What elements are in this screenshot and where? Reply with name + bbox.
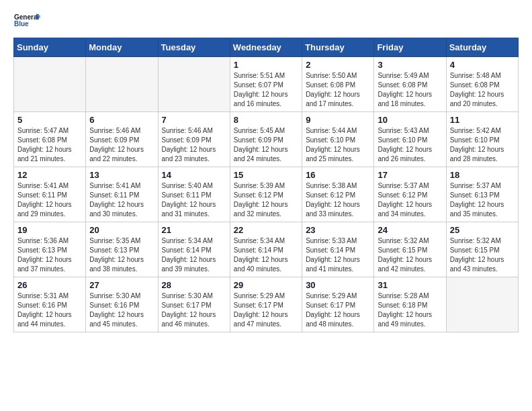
logo-icon: General Blue: [13, 11, 40, 30]
day-number: 23: [306, 225, 370, 235]
calendar-cell: 20Sunrise: 5:35 AM Sunset: 6:13 PM Dayli…: [86, 222, 158, 277]
calendar-cell: 17Sunrise: 5:37 AM Sunset: 6:12 PM Dayli…: [374, 167, 446, 222]
calendar-cell: 27Sunrise: 5:30 AM Sunset: 6:16 PM Dayli…: [86, 277, 158, 332]
calendar-cell: 25Sunrise: 5:32 AM Sunset: 6:15 PM Dayli…: [446, 222, 518, 277]
calendar-week-row: 19Sunrise: 5:36 AM Sunset: 6:13 PM Dayli…: [14, 222, 519, 277]
page-header: General Blue: [13, 11, 519, 30]
day-detail: Sunrise: 5:46 AM Sunset: 6:09 PM Dayligh…: [89, 126, 154, 164]
day-detail: Sunrise: 5:47 AM Sunset: 6:08 PM Dayligh…: [17, 126, 82, 164]
calendar-cell: 16Sunrise: 5:38 AM Sunset: 6:12 PM Dayli…: [302, 167, 374, 222]
day-number: 6: [89, 115, 154, 125]
day-number: 16: [306, 170, 370, 180]
day-number: 5: [17, 115, 82, 125]
calendar-cell: 15Sunrise: 5:39 AM Sunset: 6:12 PM Dayli…: [230, 167, 302, 222]
day-detail: Sunrise: 5:38 AM Sunset: 6:12 PM Dayligh…: [306, 181, 370, 219]
calendar-cell: 11Sunrise: 5:42 AM Sunset: 6:10 PM Dayli…: [446, 112, 518, 167]
day-detail: Sunrise: 5:45 AM Sunset: 6:09 PM Dayligh…: [234, 126, 298, 164]
calendar-cell: 28Sunrise: 5:30 AM Sunset: 6:17 PM Dayli…: [158, 277, 230, 332]
day-detail: Sunrise: 5:37 AM Sunset: 6:12 PM Dayligh…: [378, 181, 442, 219]
day-detail: Sunrise: 5:32 AM Sunset: 6:15 PM Dayligh…: [450, 236, 515, 274]
calendar-cell: 2Sunrise: 5:50 AM Sunset: 6:08 PM Daylig…: [302, 57, 374, 112]
day-number: 9: [306, 115, 370, 125]
calendar-cell: 12Sunrise: 5:41 AM Sunset: 6:11 PM Dayli…: [14, 167, 86, 222]
svg-text:Blue: Blue: [14, 20, 29, 28]
day-number: 10: [378, 115, 442, 125]
day-number: 11: [450, 115, 515, 125]
day-number: 1: [234, 60, 298, 70]
day-number: 7: [162, 115, 226, 125]
calendar-cell: [446, 277, 518, 332]
day-detail: Sunrise: 5:32 AM Sunset: 6:15 PM Dayligh…: [378, 236, 442, 274]
calendar-cell: 5Sunrise: 5:47 AM Sunset: 6:08 PM Daylig…: [14, 112, 86, 167]
day-number: 30: [306, 280, 370, 290]
day-detail: Sunrise: 5:37 AM Sunset: 6:13 PM Dayligh…: [450, 181, 515, 219]
calendar-cell: 7Sunrise: 5:46 AM Sunset: 6:09 PM Daylig…: [158, 112, 230, 167]
day-detail: Sunrise: 5:49 AM Sunset: 6:08 PM Dayligh…: [378, 71, 442, 109]
calendar-cell: 19Sunrise: 5:36 AM Sunset: 6:13 PM Dayli…: [14, 222, 86, 277]
day-number: 21: [162, 225, 226, 235]
day-detail: Sunrise: 5:30 AM Sunset: 6:17 PM Dayligh…: [162, 291, 226, 329]
page-container: General Blue SundayMondayTuesdayWednesda…: [0, 0, 532, 346]
day-number: 4: [450, 60, 515, 70]
day-detail: Sunrise: 5:50 AM Sunset: 6:08 PM Dayligh…: [306, 71, 370, 109]
calendar-cell: 30Sunrise: 5:29 AM Sunset: 6:17 PM Dayli…: [302, 277, 374, 332]
calendar-cell: 6Sunrise: 5:46 AM Sunset: 6:09 PM Daylig…: [86, 112, 158, 167]
day-detail: Sunrise: 5:46 AM Sunset: 6:09 PM Dayligh…: [162, 126, 226, 164]
weekday-header-row: SundayMondayTuesdayWednesdayThursdayFrid…: [14, 38, 519, 57]
day-number: 15: [234, 170, 298, 180]
day-number: 18: [450, 170, 515, 180]
logo: General Blue: [13, 11, 40, 30]
day-detail: Sunrise: 5:33 AM Sunset: 6:14 PM Dayligh…: [306, 236, 370, 274]
calendar-cell: [86, 57, 158, 112]
day-number: 22: [234, 225, 298, 235]
calendar-cell: [158, 57, 230, 112]
day-number: 26: [17, 280, 82, 290]
calendar-cell: 4Sunrise: 5:48 AM Sunset: 6:08 PM Daylig…: [446, 57, 518, 112]
calendar-week-row: 5Sunrise: 5:47 AM Sunset: 6:08 PM Daylig…: [14, 112, 519, 167]
day-number: 31: [378, 280, 442, 290]
day-detail: Sunrise: 5:29 AM Sunset: 6:17 PM Dayligh…: [234, 291, 298, 329]
day-number: 20: [89, 225, 154, 235]
calendar-cell: 18Sunrise: 5:37 AM Sunset: 6:13 PM Dayli…: [446, 167, 518, 222]
day-number: 17: [378, 170, 442, 180]
weekday-header: Friday: [374, 38, 446, 57]
day-detail: Sunrise: 5:44 AM Sunset: 6:10 PM Dayligh…: [306, 126, 370, 164]
day-detail: Sunrise: 5:29 AM Sunset: 6:17 PM Dayligh…: [306, 291, 370, 329]
calendar-cell: 3Sunrise: 5:49 AM Sunset: 6:08 PM Daylig…: [374, 57, 446, 112]
day-number: 2: [306, 60, 370, 70]
calendar-cell: 14Sunrise: 5:40 AM Sunset: 6:11 PM Dayli…: [158, 167, 230, 222]
calendar-cell: 13Sunrise: 5:41 AM Sunset: 6:11 PM Dayli…: [86, 167, 158, 222]
day-number: 12: [17, 170, 82, 180]
weekday-header: Saturday: [446, 38, 518, 57]
day-detail: Sunrise: 5:31 AM Sunset: 6:16 PM Dayligh…: [17, 291, 82, 329]
calendar-cell: 1Sunrise: 5:51 AM Sunset: 6:07 PM Daylig…: [230, 57, 302, 112]
day-number: 8: [234, 115, 298, 125]
day-number: 27: [89, 280, 154, 290]
calendar-week-row: 1Sunrise: 5:51 AM Sunset: 6:07 PM Daylig…: [14, 57, 519, 112]
svg-text:General: General: [14, 13, 39, 21]
calendar-cell: 8Sunrise: 5:45 AM Sunset: 6:09 PM Daylig…: [230, 112, 302, 167]
day-detail: Sunrise: 5:28 AM Sunset: 6:18 PM Dayligh…: [378, 291, 442, 329]
day-detail: Sunrise: 5:34 AM Sunset: 6:14 PM Dayligh…: [162, 236, 226, 274]
day-number: 14: [162, 170, 226, 180]
weekday-header: Tuesday: [158, 38, 230, 57]
day-detail: Sunrise: 5:48 AM Sunset: 6:08 PM Dayligh…: [450, 71, 515, 109]
day-detail: Sunrise: 5:36 AM Sunset: 6:13 PM Dayligh…: [17, 236, 82, 274]
day-detail: Sunrise: 5:39 AM Sunset: 6:12 PM Dayligh…: [234, 181, 298, 219]
day-detail: Sunrise: 5:34 AM Sunset: 6:14 PM Dayligh…: [234, 236, 298, 274]
calendar-cell: 29Sunrise: 5:29 AM Sunset: 6:17 PM Dayli…: [230, 277, 302, 332]
calendar-cell: [14, 57, 86, 112]
calendar-cell: 26Sunrise: 5:31 AM Sunset: 6:16 PM Dayli…: [14, 277, 86, 332]
day-number: 28: [162, 280, 226, 290]
calendar-cell: 31Sunrise: 5:28 AM Sunset: 6:18 PM Dayli…: [374, 277, 446, 332]
day-number: 19: [17, 225, 82, 235]
calendar-table: SundayMondayTuesdayWednesdayThursdayFrid…: [13, 38, 519, 332]
day-detail: Sunrise: 5:42 AM Sunset: 6:10 PM Dayligh…: [450, 126, 515, 164]
calendar-cell: 9Sunrise: 5:44 AM Sunset: 6:10 PM Daylig…: [302, 112, 374, 167]
day-number: 13: [89, 170, 154, 180]
day-detail: Sunrise: 5:35 AM Sunset: 6:13 PM Dayligh…: [89, 236, 154, 274]
weekday-header: Wednesday: [230, 38, 302, 57]
calendar-cell: 22Sunrise: 5:34 AM Sunset: 6:14 PM Dayli…: [230, 222, 302, 277]
day-number: 3: [378, 60, 442, 70]
day-detail: Sunrise: 5:40 AM Sunset: 6:11 PM Dayligh…: [162, 181, 226, 219]
